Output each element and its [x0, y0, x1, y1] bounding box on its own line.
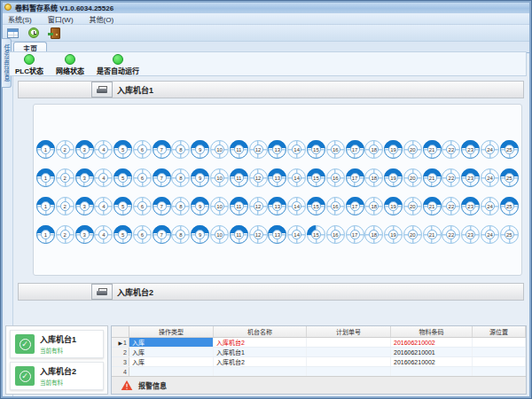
slot-2-1[interactable]: 1: [36, 168, 55, 187]
slot-4-23[interactable]: 23: [461, 225, 480, 244]
slot-2-7[interactable]: 7: [153, 168, 171, 187]
table-cell[interactable]: 入库: [129, 357, 214, 366]
slot-3-12[interactable]: 12: [249, 197, 268, 215]
table-cell[interactable]: [391, 367, 473, 376]
table-cell[interactable]: [214, 367, 307, 376]
table-cell[interactable]: [473, 357, 526, 366]
slot-4-2[interactable]: 2: [56, 225, 74, 244]
slot-2-6[interactable]: 6: [133, 168, 152, 187]
table-cell[interactable]: 入库机台2: [214, 338, 307, 347]
slot-3-17[interactable]: 17: [346, 197, 364, 215]
slot-2-17[interactable]: 17: [346, 168, 364, 187]
table-row[interactable]: 4: [112, 367, 526, 376]
slot-2-9[interactable]: 9: [191, 168, 209, 187]
slot-4-1[interactable]: 1: [36, 225, 55, 244]
slot-2-21[interactable]: 21: [423, 168, 442, 187]
slot-3-1[interactable]: 1: [36, 197, 55, 215]
slot-2-2[interactable]: 2: [56, 168, 74, 187]
slot-1-9[interactable]: 9: [191, 140, 209, 159]
slot-3-14[interactable]: 14: [287, 197, 306, 215]
column-header-2[interactable]: 机台名称: [214, 326, 307, 337]
slot-3-21[interactable]: 21: [423, 197, 442, 215]
slot-3-25[interactable]: 25: [500, 197, 519, 215]
table-cell[interactable]: [307, 338, 391, 347]
slot-1-3[interactable]: 3: [75, 140, 94, 159]
slot-3-6[interactable]: 6: [133, 197, 152, 215]
machine2-print-button[interactable]: [91, 284, 113, 300]
slot-1-10[interactable]: 10: [210, 140, 229, 159]
slot-3-19[interactable]: 19: [384, 197, 403, 215]
machine1-print-button[interactable]: [91, 82, 113, 98]
slot-2-20[interactable]: 20: [403, 168, 422, 187]
table-cell[interactable]: 入库: [129, 338, 214, 347]
table-cell[interactable]: 入库: [129, 348, 214, 356]
slot-4-9[interactable]: 9: [191, 225, 209, 244]
slot-3-4[interactable]: 4: [94, 197, 113, 215]
slot-3-9[interactable]: 9: [191, 197, 209, 215]
slot-4-22[interactable]: 22: [442, 225, 460, 244]
table-cell[interactable]: 201606210002: [391, 338, 473, 347]
slot-3-24[interactable]: 24: [481, 197, 499, 215]
slot-3-2[interactable]: 2: [56, 197, 74, 215]
slot-1-12[interactable]: 12: [249, 140, 268, 159]
table-row[interactable]: 2入库入库机台1201606210001: [112, 348, 526, 357]
slot-2-11[interactable]: 11: [230, 168, 248, 187]
slot-2-4[interactable]: 4: [94, 168, 113, 187]
slot-3-7[interactable]: 7: [153, 197, 171, 215]
title-bar[interactable]: 卷料暂存系统 V1.0.6034.25526: [1, 1, 531, 13]
table-cell[interactable]: 201606210001: [391, 348, 473, 356]
menu-item-1[interactable]: 窗口(W): [48, 14, 74, 24]
slot-1-8[interactable]: 8: [171, 140, 190, 159]
table-cell[interactable]: 201606210002: [391, 357, 473, 366]
slot-4-17[interactable]: 17: [346, 225, 364, 244]
machine-card-1[interactable]: ✓入库机台1当前有料: [10, 330, 104, 358]
slot-1-11[interactable]: 11: [230, 140, 248, 159]
slot-3-20[interactable]: 20: [403, 197, 422, 215]
slot-2-16[interactable]: 16: [326, 168, 345, 187]
slot-3-5[interactable]: 5: [113, 197, 132, 215]
slot-4-3[interactable]: 3: [75, 225, 94, 244]
column-header-5[interactable]: 源位置: [473, 326, 526, 337]
slot-1-1[interactable]: 1: [36, 140, 55, 159]
slot-3-13[interactable]: 13: [268, 197, 286, 215]
slot-4-4[interactable]: 4: [94, 225, 113, 244]
slot-1-6[interactable]: 6: [133, 140, 152, 159]
machine-card-2[interactable]: ✓入库机台2当前有料: [10, 362, 104, 390]
slot-3-10[interactable]: 10: [210, 197, 229, 215]
slot-1-4[interactable]: 4: [94, 140, 113, 159]
column-header-4[interactable]: 物料条码: [391, 326, 473, 337]
slot-2-5[interactable]: 5: [113, 168, 132, 187]
slot-1-19[interactable]: 19: [384, 140, 403, 159]
slot-4-15[interactable]: 15: [307, 225, 325, 244]
slot-1-13[interactable]: 13: [268, 140, 286, 159]
slot-4-21[interactable]: 21: [423, 225, 442, 244]
slot-4-20[interactable]: 20: [403, 225, 422, 244]
table-cell[interactable]: [129, 367, 214, 376]
slot-3-18[interactable]: 18: [364, 197, 383, 215]
slot-4-16[interactable]: 16: [326, 225, 345, 244]
slot-4-6[interactable]: 6: [133, 225, 152, 244]
slot-2-14[interactable]: 14: [287, 168, 306, 187]
slot-1-5[interactable]: 5: [113, 140, 132, 159]
slot-1-18[interactable]: 18: [364, 140, 383, 159]
slot-2-15[interactable]: 15: [307, 168, 325, 187]
slot-3-11[interactable]: 11: [230, 197, 248, 215]
slot-2-10[interactable]: 10: [210, 168, 229, 187]
slot-2-24[interactable]: 24: [481, 168, 499, 187]
slot-1-21[interactable]: 21: [423, 140, 442, 159]
slot-3-8[interactable]: 8: [171, 197, 190, 215]
slot-2-18[interactable]: 18: [364, 168, 383, 187]
table-cell[interactable]: [307, 357, 391, 366]
table-cell[interactable]: [473, 367, 526, 376]
slot-3-22[interactable]: 22: [442, 197, 460, 215]
table-cell[interactable]: 入库机台2: [214, 357, 307, 366]
slot-1-20[interactable]: 20: [403, 140, 422, 159]
slot-1-14[interactable]: 14: [287, 140, 306, 159]
slot-1-7[interactable]: 7: [153, 140, 171, 159]
slot-4-8[interactable]: 8: [171, 225, 190, 244]
table-cell[interactable]: [473, 348, 526, 356]
table-cell[interactable]: [307, 367, 391, 376]
slot-4-19[interactable]: 19: [384, 225, 403, 244]
slot-4-11[interactable]: 11: [230, 225, 248, 244]
slot-2-8[interactable]: 8: [171, 168, 190, 187]
